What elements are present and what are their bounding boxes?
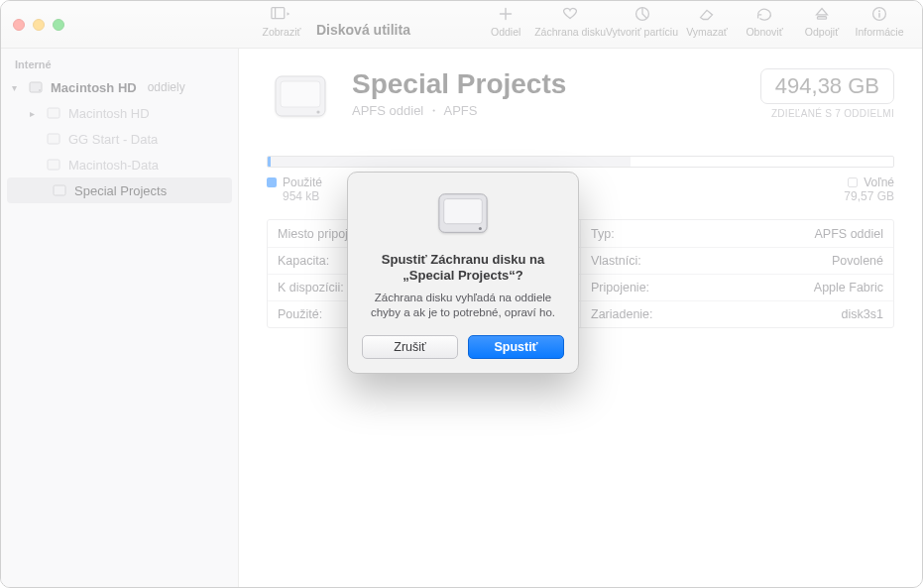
disk-utility-window: Zobraziť Disková utilita Oddiel Záchrana… [0,0,923,588]
svg-point-17 [479,227,482,230]
dialog-disk-icon [362,188,564,242]
cancel-button[interactable]: Zrušiť [362,335,458,359]
svg-rect-16 [444,199,483,224]
dialog-message: Záchrana disku vyhľadá na oddiele chyby … [362,291,564,321]
dialog-title: Spustiť Záchranu disku na „Special Proje… [362,252,564,285]
first-aid-dialog: Spustiť Záchranu disku na „Special Proje… [347,172,579,374]
run-button[interactable]: Spustiť [468,335,564,359]
